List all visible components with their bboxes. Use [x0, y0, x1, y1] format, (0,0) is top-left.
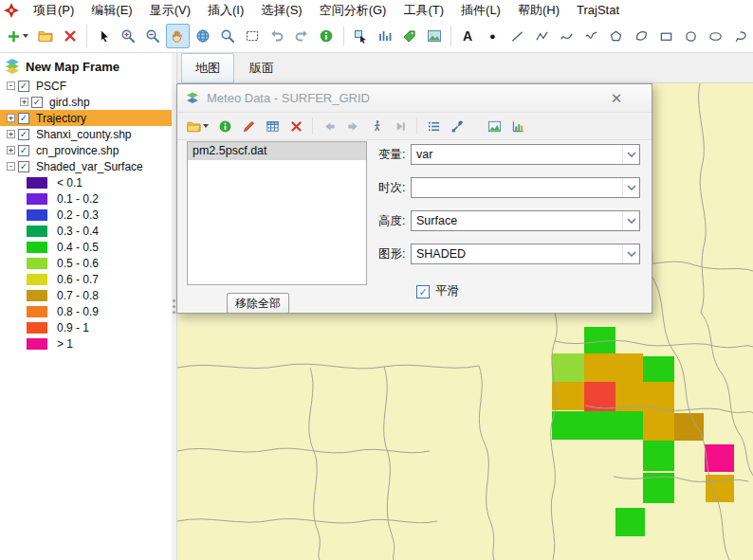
layer-row[interactable]: +✓cn_province.shp: [0, 142, 172, 158]
dialog-forward-button[interactable]: [341, 116, 364, 136]
layer-label[interactable]: PSCF: [32, 80, 70, 93]
menu-item[interactable]: 项目(P): [25, 0, 83, 21]
expander-box[interactable]: -: [7, 162, 15, 171]
dialog-open-button[interactable]: [183, 116, 212, 136]
smooth-checkbox[interactable]: ✓: [416, 285, 430, 298]
red-x-icon: [290, 120, 303, 133]
menu-item[interactable]: TrajStat: [568, 1, 628, 19]
combo-dropdown-icon[interactable]: [622, 211, 639, 230]
free-curve-tool-button[interactable]: [580, 24, 603, 48]
freehand-polygon-tool-button[interactable]: [729, 24, 752, 48]
field-combo[interactable]: Surface: [411, 210, 640, 231]
new-layer-button[interactable]: [4, 24, 32, 48]
polygon-icon: [609, 29, 623, 44]
tab-layout[interactable]: 版面: [236, 54, 287, 82]
legend-swatch: [27, 274, 47, 285]
expander-box[interactable]: +: [7, 130, 15, 138]
menu-item[interactable]: 编辑(E): [83, 0, 140, 21]
rectangle-tool-button[interactable]: [654, 24, 677, 48]
dialog-settings-button[interactable]: [446, 116, 468, 136]
zoom-out-button[interactable]: [141, 24, 164, 48]
dialog-back-button[interactable]: [318, 116, 340, 136]
layer-row[interactable]: -✓Shaded_var_Surface: [0, 158, 172, 174]
dialog-list-button[interactable]: [422, 116, 445, 136]
layer-label[interactable]: cn_province.shp: [32, 144, 122, 157]
zoom-in-button[interactable]: [117, 24, 139, 48]
menu-item[interactable]: 帮助(H): [509, 0, 568, 21]
data-file-list[interactable]: pm2.5pscf.dat: [187, 141, 367, 285]
curve-tool-button[interactable]: [556, 24, 579, 48]
combo-dropdown-icon[interactable]: [622, 244, 639, 263]
layer-row[interactable]: +✓Shanxi_county.shp: [0, 126, 172, 142]
map-frame-row[interactable]: New Map Frame: [0, 56, 172, 78]
menu-item[interactable]: 选择(S): [252, 0, 310, 21]
dialog-draw-button[interactable]: [237, 116, 260, 136]
dialog-step-button[interactable]: [389, 116, 412, 136]
layer-checkbox[interactable]: ✓: [31, 97, 43, 108]
smooth-option[interactable]: ✓ 平滑: [416, 283, 459, 299]
full-extent-button[interactable]: [192, 24, 214, 48]
layer-checkbox[interactable]: ✓: [18, 161, 29, 172]
redo-button[interactable]: [290, 24, 313, 48]
layer-checkbox[interactable]: ✓: [18, 113, 29, 124]
remove-all-button[interactable]: 移除全部: [227, 293, 289, 314]
curve-polygon-tool-button[interactable]: [630, 24, 652, 48]
tab-map[interactable]: 地图: [181, 53, 234, 83]
layer-label[interactable]: gird.shp: [46, 96, 94, 109]
menu-item[interactable]: 工具(T): [395, 0, 452, 21]
polyline-tool-button[interactable]: [530, 24, 553, 48]
field-combo[interactable]: var: [411, 144, 640, 165]
menu-item[interactable]: 插入(I): [199, 0, 252, 21]
image-export-button[interactable]: [423, 24, 446, 48]
dialog-bar-chart-button[interactable]: [506, 116, 529, 136]
menu-item[interactable]: 显示(V): [141, 0, 199, 21]
dialog-close-button[interactable]: ✕: [606, 88, 627, 109]
expander-box[interactable]: +: [7, 114, 15, 122]
select-pointer-button[interactable]: [92, 24, 115, 48]
combo-dropdown-icon[interactable]: [622, 178, 639, 197]
dialog-info-button[interactable]: [213, 116, 236, 136]
menu-item[interactable]: 空间分析(G): [311, 0, 395, 21]
expander-box[interactable]: -: [7, 81, 15, 90]
dialog-table-button[interactable]: [261, 116, 284, 136]
dialog-toolbar: [177, 113, 652, 140]
combo-dropdown-icon[interactable]: [622, 145, 639, 164]
file-list-item[interactable]: pm2.5pscf.dat: [188, 142, 366, 160]
layer-row[interactable]: +✓gird.shp: [0, 94, 172, 110]
ellipse-tool-button[interactable]: [705, 24, 727, 48]
layer-label[interactable]: Shaded_var_Surface: [32, 160, 147, 173]
layer-checkbox[interactable]: ✓: [18, 129, 29, 140]
open-project-button[interactable]: [34, 24, 57, 48]
layer-label[interactable]: Shanxi_county.shp: [32, 128, 136, 141]
expander-box[interactable]: +: [7, 146, 15, 154]
pan-button[interactable]: [166, 24, 189, 48]
expander-box[interactable]: +: [20, 98, 28, 106]
dialog-remove-button[interactable]: [285, 116, 307, 136]
layer-checkbox[interactable]: ✓: [18, 145, 29, 156]
identify-feature-button[interactable]: [348, 24, 371, 48]
statistics-bars-button[interactable]: [374, 24, 396, 48]
toolbar-separator: [450, 26, 451, 46]
main-toolbar: A ●: [0, 20, 753, 53]
field-combo[interactable]: [411, 177, 640, 198]
layer-row[interactable]: -✓PSCF: [0, 78, 172, 94]
circle-tool-button[interactable]: [679, 24, 702, 48]
point-tool-button[interactable]: ●: [481, 24, 504, 48]
zoom-window-button[interactable]: [216, 24, 239, 48]
undo-button[interactable]: [266, 24, 288, 48]
label-button[interactable]: [398, 24, 421, 48]
dialog-chart-button[interactable]: [483, 116, 505, 136]
dialog-titlebar[interactable]: Meteo Data - SURFER_GRID ✕: [177, 84, 652, 113]
layer-checkbox[interactable]: ✓: [18, 81, 29, 92]
polygon-tool-button[interactable]: [605, 24, 628, 48]
layer-row[interactable]: +✓Trajectory: [0, 110, 172, 126]
text-tool-button[interactable]: A: [456, 24, 479, 48]
line-tool-button[interactable]: [505, 24, 528, 48]
select-rectangle-button[interactable]: [241, 24, 264, 48]
field-combo[interactable]: SHADED: [411, 244, 640, 264]
menu-item[interactable]: 插件(L): [452, 0, 509, 21]
info-button[interactable]: [315, 24, 338, 48]
dialog-run-button[interactable]: [365, 116, 388, 136]
layer-label[interactable]: Trajectory: [32, 112, 90, 125]
close-project-button[interactable]: [59, 24, 82, 48]
